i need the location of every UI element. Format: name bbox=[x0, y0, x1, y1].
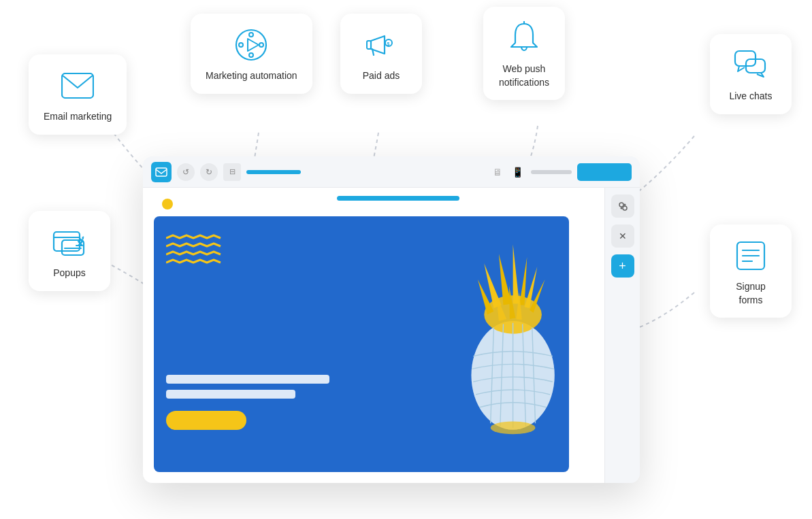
undo-button[interactable]: ↺ bbox=[177, 163, 195, 181]
paid-label: Paid ads bbox=[363, 69, 400, 83]
svg-point-3 bbox=[249, 33, 253, 37]
browser-right-sidebar: ✕ + bbox=[604, 188, 640, 483]
browser-body: ✕ + bbox=[143, 188, 640, 483]
svg-rect-0 bbox=[62, 73, 93, 98]
text-bar-2 bbox=[166, 390, 295, 399]
popups-label: Popups bbox=[53, 267, 85, 280]
signup-icon bbox=[734, 241, 767, 271]
email-canvas bbox=[143, 188, 604, 483]
toolbar-bar-sm bbox=[531, 170, 572, 174]
svg-rect-27 bbox=[156, 168, 167, 176]
browser-window: ↺ ↻ ⊟ 🖥 📱 bbox=[143, 156, 640, 483]
card-marketing: Marketing automation bbox=[191, 14, 312, 94]
popups-icon bbox=[52, 227, 86, 258]
browser-toolbar: ↺ ↻ ⊟ 🖥 📱 bbox=[143, 156, 640, 188]
svg-marker-2 bbox=[248, 39, 259, 51]
signup-label: Signup forms bbox=[736, 280, 766, 307]
svg-point-1 bbox=[236, 30, 266, 60]
webpush-icon bbox=[508, 21, 540, 55]
marketing-label: Marketing automation bbox=[206, 69, 297, 83]
pineapple-svg bbox=[399, 216, 569, 458]
email-icon bbox=[61, 73, 94, 99]
paid-icon-wrap: $ bbox=[363, 27, 399, 63]
save-button[interactable]: ⊟ bbox=[223, 163, 241, 181]
email-icon-wrap bbox=[60, 68, 95, 103]
logo-icon bbox=[155, 167, 167, 177]
toolbar-logo bbox=[151, 162, 172, 182]
layers-icon bbox=[617, 200, 629, 212]
webpush-icon-wrap bbox=[506, 20, 542, 56]
svg-point-32 bbox=[619, 203, 623, 207]
toolbar-bar bbox=[246, 170, 301, 174]
svg-text:$: $ bbox=[387, 41, 390, 47]
redo-button[interactable]: ↻ bbox=[200, 163, 218, 181]
wavy-decoration bbox=[166, 233, 227, 276]
close-button[interactable]: ✕ bbox=[611, 224, 634, 248]
card-livechat: Live chats bbox=[710, 34, 792, 114]
signup-icon-wrap bbox=[733, 238, 768, 273]
svg-point-5 bbox=[239, 43, 243, 47]
marketing-icon bbox=[234, 28, 268, 62]
card-signup: Signup forms bbox=[710, 224, 792, 318]
x-icon: ✕ bbox=[619, 231, 627, 241]
wavy-lines-svg bbox=[166, 233, 227, 273]
add-button[interactable]: + bbox=[611, 254, 634, 278]
popups-icon-wrap bbox=[52, 224, 87, 260]
svg-point-31 bbox=[491, 421, 536, 434]
marketing-icon-wrap bbox=[233, 27, 269, 63]
card-paid: $ Paid ads bbox=[340, 14, 422, 94]
header-line bbox=[337, 196, 459, 201]
mobile-icon[interactable]: 📱 bbox=[512, 167, 523, 178]
layers-button[interactable] bbox=[611, 195, 634, 218]
plus-icon: + bbox=[619, 259, 626, 273]
desktop-icon[interactable]: 🖥 bbox=[493, 167, 502, 178]
livechat-label: Live chats bbox=[729, 90, 772, 103]
card-email: Email marketing bbox=[29, 54, 127, 135]
card-webpush: Web push notifications bbox=[483, 7, 565, 100]
paid-icon: $ bbox=[366, 29, 397, 61]
livechat-icon-wrap bbox=[733, 48, 768, 83]
cta-button-bar bbox=[166, 411, 246, 430]
card-popups: Popups bbox=[29, 211, 110, 291]
email-blue-bg bbox=[154, 216, 569, 472]
svg-point-6 bbox=[259, 43, 263, 47]
yellow-dot bbox=[162, 199, 173, 210]
main-scene: .dashed { stroke: #c8cdd6; stroke-width:… bbox=[0, 0, 812, 519]
email-label: Email marketing bbox=[44, 110, 112, 124]
svg-point-33 bbox=[623, 206, 627, 210]
browser-frame: ↺ ↻ ⊟ 🖥 📱 bbox=[143, 156, 640, 483]
svg-point-4 bbox=[249, 53, 253, 57]
livechat-icon bbox=[734, 50, 768, 81]
svg-point-34 bbox=[620, 207, 622, 210]
toolbar-cta-button[interactable] bbox=[577, 163, 632, 181]
svg-rect-7 bbox=[367, 41, 371, 49]
text-bar-1 bbox=[166, 375, 329, 384]
webpush-label: Web push notifications bbox=[499, 63, 549, 89]
svg-point-35 bbox=[623, 204, 626, 206]
